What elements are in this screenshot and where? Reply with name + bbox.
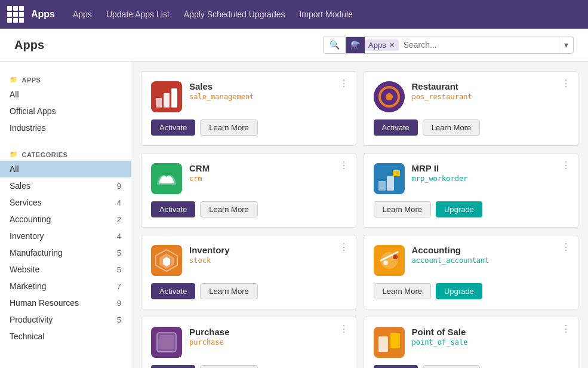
app-icon	[374, 245, 405, 276]
learn-more-button[interactable]: Learn More	[200, 201, 257, 217]
app-actions: ActivateLearn More	[151, 365, 346, 368]
learn-more-button[interactable]: Learn More	[374, 283, 431, 299]
card-menu-icon[interactable]: ⋮	[561, 243, 571, 252]
activate-button[interactable]: Activate	[374, 119, 418, 136]
app-icon	[374, 327, 405, 358]
app-card-purchase: ⋮ Purchase purchase ActivateLearn More	[141, 317, 356, 368]
app-info: Restaurant pos_restaurant	[412, 81, 569, 101]
app-tech: pos_restaurant	[412, 93, 569, 101]
sidebar-item-all-apps[interactable]: All	[0, 86, 131, 103]
sidebar-item-category-sales[interactable]: Sales9	[0, 177, 131, 194]
search-dropdown-button[interactable]: ▾	[559, 36, 573, 53]
card-menu-icon[interactable]: ⋮	[339, 161, 349, 170]
main-layout: 📁 APPS All Official Apps Industries 📁 CA…	[0, 62, 588, 368]
activate-button[interactable]: Activate	[151, 201, 195, 217]
nav-scheduled-link[interactable]: Apply Scheduled Upgrades	[178, 7, 291, 22]
activate-button[interactable]: Activate	[151, 365, 195, 368]
search-input[interactable]	[399, 36, 559, 53]
app-actions: ActivateLearn More	[151, 119, 346, 136]
upgrade-button[interactable]: Upgrade	[436, 283, 482, 299]
sidebar-item-category-marketing[interactable]: Marketing7	[0, 278, 131, 295]
svg-rect-11	[393, 170, 400, 176]
nav-import-link[interactable]: Import Module	[293, 7, 358, 22]
app-card-inventory: ⋮ Inventory stock ActivateLearn More	[141, 235, 356, 309]
search-button[interactable]: 🔍	[324, 36, 346, 53]
card-menu-icon[interactable]: ⋮	[339, 324, 349, 334]
app-actions: Learn MoreUpgrade	[374, 283, 569, 299]
activate-button[interactable]: Activate	[151, 119, 195, 136]
card-menu-icon[interactable]: ⋮	[561, 161, 571, 170]
upgrade-button[interactable]: Upgrade	[436, 201, 482, 217]
app-actions: ActivateLearn More	[374, 365, 569, 368]
card-menu-icon[interactable]: ⋮	[339, 243, 349, 252]
sidebar-item-category-human-resources[interactable]: Human Resources9	[0, 295, 131, 311]
app-card-crm: ⋮ CRM crm ActivateLearn More	[141, 153, 356, 228]
svg-rect-26	[378, 336, 388, 352]
app-name: Restaurant	[412, 81, 569, 91]
app-card-header: MRP II mrp_workorder	[374, 163, 569, 194]
apps-section-title: 📁 APPS	[0, 71, 131, 86]
sidebar-item-category-technical[interactable]: Technical	[0, 328, 131, 345]
app-card-accounting: ⋮ Accounting account_accountant Learn Mo…	[364, 235, 579, 309]
app-name: Sales	[189, 81, 346, 91]
app-card-restaurant: ⋮ Restaurant pos_restaurant ActivateLear…	[364, 71, 579, 146]
learn-more-button[interactable]: Learn More	[374, 201, 431, 217]
app-card-header: Restaurant pos_restaurant	[374, 81, 569, 112]
top-nav: Apps Apps Update Apps List Apply Schedul…	[0, 0, 588, 29]
app-name: CRM	[189, 163, 346, 173]
svg-point-19	[393, 254, 398, 259]
app-card-header: Point of Sale point_of_sale	[374, 327, 569, 358]
app-info: Point of Sale point_of_sale	[412, 327, 569, 346]
sidebar-item-category-services[interactable]: Services4	[0, 194, 131, 211]
sidebar-item-official-apps[interactable]: Official Apps	[0, 103, 131, 119]
svg-rect-9	[378, 181, 386, 191]
app-name: Accounting	[412, 245, 569, 255]
card-menu-icon[interactable]: ⋮	[339, 79, 349, 88]
card-menu-icon[interactable]: ⋮	[561, 79, 571, 88]
categories-list: AllSales9Services4Accounting2Inventory4M…	[0, 161, 131, 345]
app-tech: purchase	[189, 338, 346, 346]
sidebar-item-industries[interactable]: Industries	[0, 119, 131, 136]
app-info: Accounting account_accountant	[412, 245, 569, 265]
app-actions: ActivateLearn More	[151, 283, 346, 299]
apps-menu-icon[interactable]	[7, 6, 24, 23]
page-title: Apps	[14, 38, 44, 52]
app-tech: account_accountant	[412, 256, 569, 265]
learn-more-button[interactable]: Learn More	[200, 365, 257, 368]
sidebar: 📁 APPS All Official Apps Industries 📁 CA…	[0, 62, 131, 368]
app-icon	[151, 81, 182, 112]
learn-more-button[interactable]: Learn More	[200, 283, 257, 299]
sidebar-item-category-manufacturing[interactable]: Manufacturing5	[0, 244, 131, 261]
svg-rect-2	[164, 93, 170, 108]
filter-tag-label: Apps	[368, 41, 386, 50]
learn-more-button[interactable]: Learn More	[200, 119, 257, 136]
sidebar-item-category-accounting[interactable]: Accounting2	[0, 211, 131, 228]
app-card-header: Inventory stock	[151, 245, 346, 276]
svg-rect-10	[387, 176, 394, 191]
activate-button[interactable]: Activate	[374, 365, 418, 368]
card-menu-icon[interactable]: ⋮	[561, 324, 571, 334]
app-card-sales: ⋮ Sales sale_management ActivateLearn Mo…	[141, 71, 356, 146]
app-icon	[151, 245, 182, 276]
app-actions: ActivateLearn More	[151, 201, 346, 217]
activate-button[interactable]: Activate	[151, 283, 195, 299]
app-tech: sale_management	[189, 93, 346, 101]
sidebar-item-category-productivity[interactable]: Productivity5	[0, 311, 131, 328]
sidebar-item-category-all[interactable]: All	[0, 161, 131, 177]
app-name: Point of Sale	[412, 327, 569, 337]
svg-rect-27	[390, 333, 400, 348]
filter-tag-close[interactable]: ✕	[389, 41, 395, 50]
app-card-header: Accounting account_accountant	[374, 245, 569, 276]
learn-more-button[interactable]: Learn More	[423, 119, 480, 136]
search-bar: 🔍 ⚗️ Apps ✕ ▾	[323, 36, 574, 54]
filter-button[interactable]: ⚗️	[346, 37, 365, 53]
app-tech: point_of_sale	[412, 338, 569, 346]
app-actions: Learn MoreUpgrade	[374, 201, 569, 217]
nav-apps-link[interactable]: Apps	[67, 7, 98, 22]
nav-update-link[interactable]: Update Apps List	[100, 7, 176, 22]
app-tech: mrp_workorder	[412, 174, 569, 183]
folder-icon-2: 📁	[10, 151, 19, 158]
sidebar-item-category-website[interactable]: Website5	[0, 261, 131, 278]
sidebar-item-category-inventory[interactable]: Inventory4	[0, 228, 131, 244]
learn-more-button[interactable]: Learn More	[423, 365, 480, 368]
